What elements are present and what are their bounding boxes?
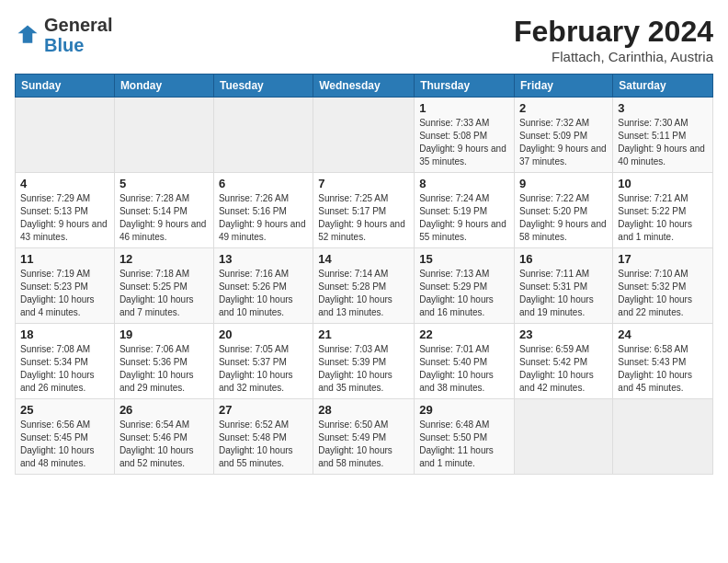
calendar-cell: [515, 399, 613, 475]
day-info: Sunrise: 6:48 AM Sunset: 5:50 PM Dayligh…: [419, 419, 509, 470]
calendar-header-row: SundayMondayTuesdayWednesdayThursdayFrid…: [16, 75, 713, 98]
calendar-cell: 14Sunrise: 7:14 AM Sunset: 5:28 PM Dayli…: [313, 248, 415, 324]
day-number: 23: [519, 327, 608, 341]
calendar-cell: 19Sunrise: 7:06 AM Sunset: 5:36 PM Dayli…: [114, 324, 213, 399]
day-info: Sunrise: 7:28 AM Sunset: 5:14 PM Dayligh…: [119, 192, 209, 244]
day-number: 21: [318, 327, 409, 341]
day-info: Sunrise: 7:18 AM Sunset: 5:25 PM Dayligh…: [119, 268, 209, 319]
calendar-cell: 29Sunrise: 6:48 AM Sunset: 5:50 PM Dayli…: [415, 399, 515, 475]
calendar-cell: 3Sunrise: 7:30 AM Sunset: 5:11 PM Daylig…: [613, 98, 713, 173]
calendar-cell: 18Sunrise: 7:08 AM Sunset: 5:34 PM Dayli…: [16, 324, 115, 399]
calendar-cell: 1Sunrise: 7:33 AM Sunset: 5:08 PM Daylig…: [415, 98, 515, 173]
day-info: Sunrise: 7:10 AM Sunset: 5:32 PM Dayligh…: [618, 268, 708, 319]
logo-general: General: [44, 15, 112, 35]
day-number: 13: [219, 252, 308, 266]
calendar-cell: [16, 98, 115, 173]
day-number: 29: [419, 403, 509, 417]
day-info: Sunrise: 7:01 AM Sunset: 5:40 PM Dayligh…: [419, 343, 509, 395]
column-header-monday: Monday: [114, 75, 213, 98]
day-info: Sunrise: 7:19 AM Sunset: 5:23 PM Dayligh…: [20, 268, 109, 319]
day-info: Sunrise: 7:14 AM Sunset: 5:28 PM Dayligh…: [318, 268, 409, 319]
day-info: Sunrise: 7:06 AM Sunset: 5:36 PM Dayligh…: [119, 343, 209, 395]
day-number: 19: [119, 327, 209, 341]
calendar-cell: [613, 399, 713, 475]
calendar-week-row: 18Sunrise: 7:08 AM Sunset: 5:34 PM Dayli…: [16, 324, 713, 399]
day-number: 8: [419, 177, 509, 190]
day-number: 5: [119, 177, 209, 190]
calendar-week-row: 4Sunrise: 7:29 AM Sunset: 5:13 PM Daylig…: [16, 173, 713, 248]
logo-blue: Blue: [44, 35, 84, 55]
day-info: Sunrise: 7:22 AM Sunset: 5:20 PM Dayligh…: [519, 192, 608, 244]
day-number: 14: [318, 252, 409, 266]
day-number: 6: [219, 177, 308, 190]
day-number: 28: [318, 403, 409, 417]
day-number: 22: [419, 327, 509, 341]
day-number: 25: [20, 403, 109, 417]
day-info: Sunrise: 7:29 AM Sunset: 5:13 PM Dayligh…: [20, 192, 109, 244]
day-number: 12: [119, 252, 209, 266]
calendar-cell: 11Sunrise: 7:19 AM Sunset: 5:23 PM Dayli…: [16, 248, 115, 324]
calendar-week-row: 1Sunrise: 7:33 AM Sunset: 5:08 PM Daylig…: [16, 98, 713, 173]
day-info: Sunrise: 6:59 AM Sunset: 5:42 PM Dayligh…: [519, 343, 608, 395]
calendar-cell: 23Sunrise: 6:59 AM Sunset: 5:42 PM Dayli…: [515, 324, 613, 399]
logo: General Blue: [15, 15, 112, 55]
day-number: 26: [119, 403, 209, 417]
day-number: 24: [618, 327, 708, 341]
calendar-cell: 9Sunrise: 7:22 AM Sunset: 5:20 PM Daylig…: [515, 173, 613, 248]
location-title: Flattach, Carinthia, Austria: [514, 49, 713, 64]
calendar-table: SundayMondayTuesdayWednesdayThursdayFrid…: [15, 74, 713, 475]
column-header-tuesday: Tuesday: [213, 75, 313, 98]
column-header-saturday: Saturday: [613, 75, 713, 98]
day-number: 3: [618, 101, 708, 115]
calendar-cell: [213, 98, 313, 173]
calendar-cell: 25Sunrise: 6:56 AM Sunset: 5:45 PM Dayli…: [16, 399, 115, 475]
day-info: Sunrise: 7:25 AM Sunset: 5:17 PM Dayligh…: [318, 192, 409, 244]
day-number: 4: [20, 177, 109, 190]
calendar-cell: 17Sunrise: 7:10 AM Sunset: 5:32 PM Dayli…: [613, 248, 713, 324]
day-info: Sunrise: 7:30 AM Sunset: 5:11 PM Dayligh…: [618, 117, 708, 168]
calendar-cell: 12Sunrise: 7:18 AM Sunset: 5:25 PM Dayli…: [114, 248, 213, 324]
day-number: 17: [618, 252, 708, 266]
day-number: 10: [618, 177, 708, 190]
day-info: Sunrise: 6:52 AM Sunset: 5:48 PM Dayligh…: [219, 419, 308, 470]
calendar-cell: [114, 98, 213, 173]
day-info: Sunrise: 6:56 AM Sunset: 5:45 PM Dayligh…: [20, 419, 109, 470]
calendar-cell: 5Sunrise: 7:28 AM Sunset: 5:14 PM Daylig…: [114, 173, 213, 248]
day-info: Sunrise: 7:08 AM Sunset: 5:34 PM Dayligh…: [20, 343, 109, 395]
day-info: Sunrise: 6:50 AM Sunset: 5:49 PM Dayligh…: [318, 419, 409, 470]
day-number: 20: [219, 327, 308, 341]
title-area: February 2024 Flattach, Carinthia, Austr…: [514, 15, 713, 64]
calendar-cell: 21Sunrise: 7:03 AM Sunset: 5:39 PM Dayli…: [313, 324, 415, 399]
calendar-cell: 2Sunrise: 7:32 AM Sunset: 5:09 PM Daylig…: [515, 98, 613, 173]
calendar-cell: 20Sunrise: 7:05 AM Sunset: 5:37 PM Dayli…: [213, 324, 313, 399]
day-number: 27: [219, 403, 308, 417]
calendar-week-row: 11Sunrise: 7:19 AM Sunset: 5:23 PM Dayli…: [16, 248, 713, 324]
day-number: 11: [20, 252, 109, 266]
column-header-thursday: Thursday: [415, 75, 515, 98]
day-number: 9: [519, 177, 608, 190]
calendar-cell: 27Sunrise: 6:52 AM Sunset: 5:48 PM Dayli…: [213, 399, 313, 475]
day-info: Sunrise: 7:16 AM Sunset: 5:26 PM Dayligh…: [219, 268, 308, 319]
calendar-cell: 10Sunrise: 7:21 AM Sunset: 5:22 PM Dayli…: [613, 173, 713, 248]
day-info: Sunrise: 7:21 AM Sunset: 5:22 PM Dayligh…: [618, 192, 708, 244]
day-number: 1: [419, 101, 509, 115]
day-number: 15: [419, 252, 509, 266]
logo-text: General Blue: [44, 15, 112, 55]
calendar-cell: [313, 98, 415, 173]
calendar-cell: 16Sunrise: 7:11 AM Sunset: 5:31 PM Dayli…: [515, 248, 613, 324]
day-info: Sunrise: 7:33 AM Sunset: 5:08 PM Dayligh…: [419, 117, 509, 168]
day-info: Sunrise: 7:03 AM Sunset: 5:39 PM Dayligh…: [318, 343, 409, 395]
day-info: Sunrise: 7:26 AM Sunset: 5:16 PM Dayligh…: [219, 192, 308, 244]
day-number: 16: [519, 252, 608, 266]
calendar-cell: 24Sunrise: 6:58 AM Sunset: 5:43 PM Dayli…: [613, 324, 713, 399]
day-number: 2: [519, 101, 608, 115]
day-number: 18: [20, 327, 109, 341]
calendar-cell: 15Sunrise: 7:13 AM Sunset: 5:29 PM Dayli…: [415, 248, 515, 324]
column-header-wednesday: Wednesday: [313, 75, 415, 98]
svg-marker-0: [18, 26, 38, 43]
day-info: Sunrise: 7:32 AM Sunset: 5:09 PM Dayligh…: [519, 117, 608, 168]
calendar-cell: 4Sunrise: 7:29 AM Sunset: 5:13 PM Daylig…: [16, 173, 115, 248]
page-header: General Blue February 2024 Flattach, Car…: [15, 15, 713, 64]
day-info: Sunrise: 7:24 AM Sunset: 5:19 PM Dayligh…: [419, 192, 509, 244]
logo-icon: [15, 22, 40, 48]
